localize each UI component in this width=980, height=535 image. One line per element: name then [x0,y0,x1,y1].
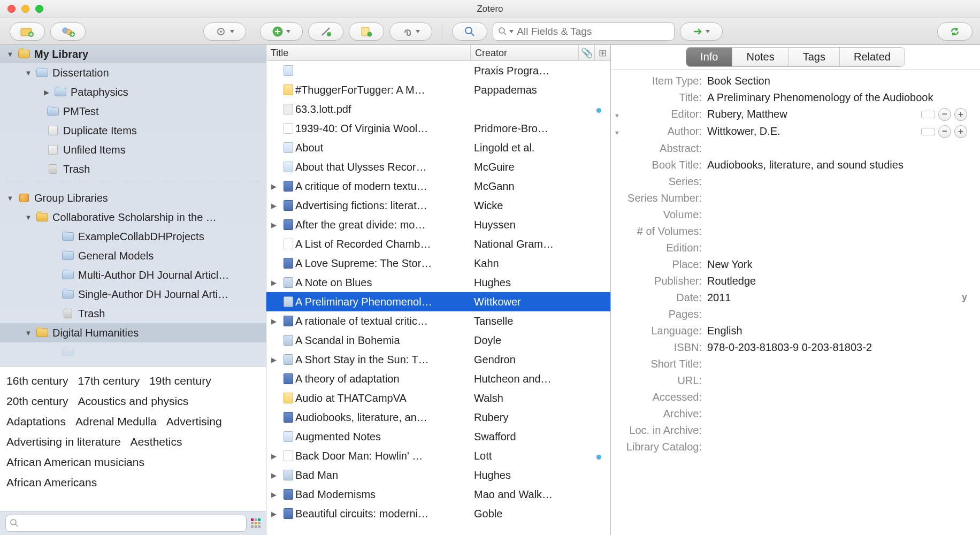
remove-creator-button[interactable]: − [938,125,951,138]
trash[interactable]: Trash [0,159,266,179]
new-group-button[interactable] [50,22,86,41]
disclosure-triangle[interactable]: ▶ [266,317,281,325]
tab-notes[interactable]: Notes [732,48,788,66]
item-row[interactable]: ▶Bad ModernismsMao and Walk… [266,485,610,504]
advanced-search-button[interactable] [452,22,487,41]
collection-single[interactable]: Single-Author DH Journal Arti… [0,285,266,304]
unfiled-items[interactable]: Unfiled Items [0,140,266,159]
item-row[interactable]: A theory of adaptationHutcheon and… [266,369,610,388]
value-item-type[interactable]: Book Section [707,75,967,87]
tag[interactable]: Adaptations [6,415,66,427]
item-row[interactable]: ▶After the great divide: mo…Huyssen [266,215,610,234]
tag[interactable]: Adrenal Medulla [75,415,157,427]
item-row[interactable]: A Scandal in BohemiaDoyle [266,331,610,350]
item-row[interactable]: Audiobooks, literature, an…Rubery [266,408,610,427]
tag[interactable]: 20th century [6,395,68,407]
collection-example[interactable]: ExampleCollabDHProjects [0,227,266,246]
tag[interactable]: 19th century [149,374,211,387]
disclosure-triangle[interactable]: ▶ [266,356,281,364]
value-title[interactable]: A Preliminary Phenomenology of the Audio… [707,91,967,104]
creator-mode-toggle[interactable] [921,128,935,135]
item-row[interactable]: 1939-40: Of Virginia Wool…Pridmore-Bro… [266,119,610,138]
add-by-identifier-button[interactable] [308,22,343,41]
item-row[interactable]: Audio at THATCampVAWalsh [266,388,610,408]
group-libraries[interactable]: ▼Group Libraries [0,188,266,208]
value-isbn[interactable]: 978-0-203-81803-9 0-203-81803-2 [707,341,967,354]
collection-multi[interactable]: Multi-Author DH Journal Articl… [0,265,266,285]
item-row[interactable]: ▶Beautiful circuits: moderni…Goble [266,504,610,523]
collection-pmtest[interactable]: PMTest [0,102,266,121]
my-library[interactable]: ▼My Library [0,45,266,63]
disclosure-triangle[interactable]: ▶ [266,202,281,210]
duplicate-items[interactable]: Duplicate Items [0,121,266,140]
item-row[interactable]: About that Ulysses Recor…McGuire [266,157,610,177]
disclosure-triangle[interactable]: ▶ [266,510,281,518]
collection-hidden[interactable] [0,342,266,362]
column-attachment-icon[interactable]: 📎 [578,45,594,60]
collection-pataphysics[interactable]: ▶Pataphysics [0,82,266,102]
tab-info[interactable]: Info [686,48,732,66]
value-editor[interactable]: Rubery, Matthew [707,108,921,120]
add-attachment-button[interactable] [389,22,432,41]
disclosure-triangle[interactable]: ▶ [266,182,281,190]
tag[interactable]: Advertising in literature [6,435,121,448]
item-row[interactable]: ▶Bad ManHughes [266,465,610,485]
locate-button[interactable] [680,22,723,41]
disclosure-triangle[interactable]: ▶ [266,491,281,499]
disclosure-triangle[interactable]: ▶ [266,279,281,287]
search-field[interactable] [493,22,675,41]
value-place[interactable]: New York [707,258,967,271]
search-input[interactable] [517,26,669,37]
item-row[interactable]: ▶Advertising fictions: literat…Wicke [266,196,610,215]
tag[interactable]: Advertising [166,415,222,427]
collection-general[interactable]: General Models [0,246,266,265]
item-row[interactable]: ▶A Note on BluesHughes [266,273,610,292]
disclosure-triangle[interactable]: ▶ [266,221,281,229]
group-collab[interactable]: ▼Collaborative Scholarship in the … [0,208,266,227]
new-note-button[interactable] [349,22,384,41]
value-language[interactable]: English [707,325,967,337]
column-picker-icon[interactable]: ⊞ [594,45,610,60]
item-row[interactable]: ▶A Short Stay in the Sun: T…Gendron [266,350,610,369]
item-row[interactable]: A Love Supreme: The Stor…Kahn [266,254,610,273]
tag[interactable]: African Americans [6,476,97,488]
value-publisher[interactable]: Routledge [707,275,967,287]
column-title[interactable]: Title [266,45,471,60]
item-row[interactable]: AboutLingold et al. [266,138,610,157]
item-row[interactable]: A Preliminary Phenomenol…Wittkower [266,292,610,311]
actions-button[interactable] [203,22,246,41]
item-row[interactable]: ▶Back Door Man: Howlin' …Lott [266,446,610,465]
tag[interactable]: 16th century [6,374,68,387]
tab-related[interactable]: Related [840,48,905,66]
disclosure-triangle[interactable]: ▶ [266,452,281,460]
item-row[interactable]: Augmented NotesSwafford [266,427,610,446]
remove-creator-button[interactable]: − [938,108,951,121]
item-row[interactable]: #ThuggerForTugger: A M…Pappademas [266,80,610,100]
creator-mode-toggle[interactable] [921,111,935,118]
item-row[interactable]: ▶A rationale of textual critic…Tanselle [266,311,610,331]
item-row[interactable]: Praxis Progra… [266,61,610,80]
tab-tags[interactable]: Tags [789,48,840,66]
add-creator-button[interactable]: + [954,125,967,138]
value-book-title[interactable]: Audiobooks, literature, and sound studie… [707,159,967,171]
add-creator-button[interactable]: + [954,108,967,121]
value-date[interactable]: 2011 [707,292,731,304]
disclosure-triangle[interactable]: ▶ [266,471,281,479]
item-row[interactable]: ▶A critique of modern textu…McGann [266,177,610,196]
new-collection-button[interactable] [10,22,45,41]
collection-dissertation[interactable]: ▼Dissertation [0,63,266,82]
tag[interactable]: African American musicians [6,456,144,468]
value-author[interactable]: Wittkower, D.E. [707,125,921,137]
tag-filter-input[interactable] [5,515,247,532]
tag[interactable]: 17th century [78,374,140,387]
sync-button[interactable] [937,22,973,41]
tag[interactable]: Aesthetics [131,435,182,448]
column-creator[interactable]: Creator [471,45,578,60]
item-row[interactable]: 63.3.lott.pdf [266,100,610,119]
item-row[interactable]: A List of Recorded Chamb…National Gram… [266,234,610,254]
group-trash[interactable]: Trash [0,304,266,323]
new-item-button[interactable] [260,22,303,41]
tag[interactable]: Acoustics and physics [78,395,189,407]
tag-color-grid-icon[interactable] [251,518,261,528]
group-dh[interactable]: ▼Digital Humanities [0,323,266,342]
